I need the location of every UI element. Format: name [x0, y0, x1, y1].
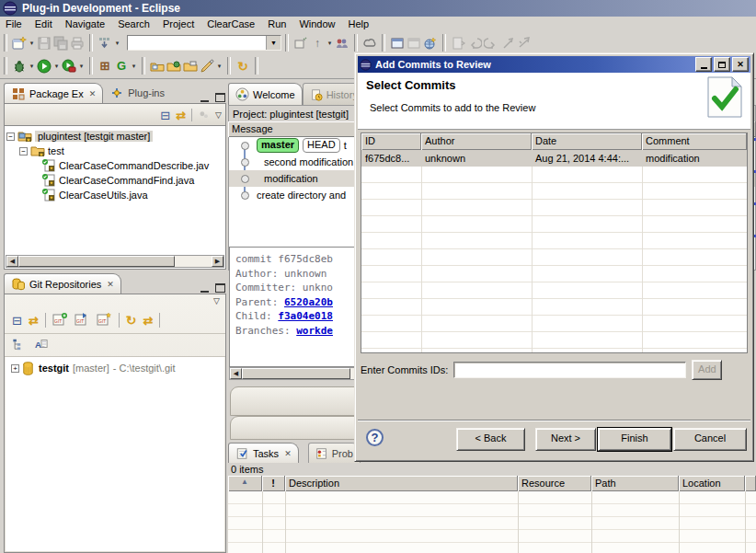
column-path[interactable]: Path	[591, 476, 679, 491]
external-tools-button[interactable]	[61, 58, 77, 75]
debug-button[interactable]	[11, 58, 28, 75]
nav-last-edit-icon[interactable]	[499, 35, 516, 52]
back-button[interactable]: < Back	[456, 428, 525, 451]
help-button[interactable]: ?	[366, 429, 384, 446]
close-tab-icon[interactable]: ✕	[107, 280, 114, 289]
column-message[interactable]: Message	[228, 121, 375, 137]
commit-table-row-selected[interactable]: f675dc8... unknown Aug 21, 2014 4:44:...…	[361, 150, 747, 167]
open-plugin-folder-icon[interactable]	[166, 58, 182, 75]
launch-combo[interactable]: ▼	[127, 35, 281, 51]
save-all-button[interactable]	[52, 35, 69, 52]
menu-navigate[interactable]: Navigate	[60, 17, 112, 30]
view-menu-button[interactable]: ▽	[215, 110, 222, 120]
tab-git-repositories[interactable]: Git Repositories ✕	[4, 273, 121, 294]
finish-button[interactable]: Finish	[598, 428, 671, 451]
commit-up-icon[interactable]: ↑	[309, 35, 326, 52]
console-window-icon[interactable]	[389, 35, 406, 52]
synchronize-icon[interactable]: ↻	[235, 58, 251, 75]
link-with-editor-button[interactable]: ⇄	[176, 109, 186, 122]
menu-clearcase[interactable]: ClearCase	[201, 17, 262, 30]
close-tab-icon[interactable]: ✕	[284, 449, 292, 458]
close-tab-icon[interactable]: ✕	[89, 89, 97, 98]
nav-annotation-icon[interactable]	[450, 35, 466, 52]
cloud-icon[interactable]	[361, 35, 378, 52]
menu-run[interactable]: Run	[262, 17, 293, 30]
scrollbar-thumb[interactable]	[18, 256, 175, 267]
expand-toggle[interactable]: +	[11, 364, 19, 373]
next-button[interactable]: Next >	[535, 428, 596, 451]
maximize-view-button[interactable]	[214, 283, 226, 294]
cancel-button[interactable]: Cancel	[673, 428, 747, 451]
dialog-titlebar[interactable]: Add Commits to Review ✕	[358, 56, 750, 73]
tab-plugins[interactable]: Plug-ins	[103, 83, 171, 103]
column-comment[interactable]: Comment	[642, 133, 747, 150]
column-id[interactable]: ID	[361, 133, 421, 150]
tab-tasks[interactable]: Tasks ✕	[228, 443, 299, 463]
column-date[interactable]: Date	[532, 133, 642, 150]
tree-item-file[interactable]: ClearCaseCommandFind.java	[5, 173, 225, 188]
tab-welcome[interactable]: Welcome	[228, 83, 303, 105]
dialog-maximize-button[interactable]	[714, 57, 730, 72]
plugin-button[interactable]: ⊞	[97, 58, 113, 75]
reload-button[interactable]: ⇄	[143, 314, 154, 328]
launch-combo-caret[interactable]: ▼	[266, 36, 281, 50]
tab-package-explorer[interactable]: Package Ex ✕	[4, 83, 103, 103]
column-description[interactable]: Description	[285, 476, 518, 491]
sort-button[interactable]: A	[34, 338, 49, 352]
collapse-all-button[interactable]: ⊟	[12, 314, 22, 328]
launch-config-icon[interactable]	[292, 35, 309, 52]
tree-item-project[interactable]: − plugintest [testgit master]	[5, 129, 225, 144]
window-faded-icon[interactable]	[406, 35, 422, 52]
horizontal-scrollbar[interactable]: ◀ ▶	[6, 255, 224, 268]
tree-item-file[interactable]: ClearCaseUtils.java	[5, 188, 225, 202]
filters-button[interactable]	[198, 109, 210, 122]
nav-forward-icon[interactable]	[483, 35, 499, 52]
save-button[interactable]	[36, 35, 52, 52]
scroll-left-button[interactable]: ◀	[6, 256, 18, 267]
column-location[interactable]: Location	[679, 476, 745, 491]
print-button[interactable]	[69, 35, 86, 52]
scrollbar-thumb[interactable]	[242, 368, 350, 379]
tree-item-repository[interactable]: + testgit [master] - C:\testgit\.git	[6, 361, 224, 375]
collapse-toggle[interactable]: −	[6, 132, 15, 141]
menu-file[interactable]: File	[0, 17, 29, 30]
new-wizard-button[interactable]	[11, 35, 28, 52]
commit-ids-input[interactable]	[453, 362, 686, 378]
debug-dropdown[interactable]: ▾	[28, 63, 36, 70]
scroll-right-button[interactable]: ▶	[212, 256, 223, 267]
clearcase-dropdown[interactable]: ▾	[130, 63, 138, 70]
external-tools-dropdown[interactable]: ▾	[77, 63, 86, 70]
team-icon[interactable]	[334, 35, 350, 52]
column-author[interactable]: Author	[421, 133, 532, 150]
add-commit-button[interactable]: Add	[692, 360, 722, 380]
column-sort[interactable]: ▲	[228, 476, 262, 491]
minimize-view-button[interactable]	[199, 93, 211, 103]
annotate-dropdown[interactable]: ▾	[215, 63, 223, 70]
minimize-view-button[interactable]	[199, 283, 211, 294]
tab-problems[interactable]: Prob	[308, 443, 361, 463]
create-repository-button[interactable]: GIT	[97, 312, 112, 328]
maximize-view-button[interactable]	[214, 93, 226, 103]
commit-up-dropdown[interactable]: ▾	[326, 40, 334, 47]
add-repository-button[interactable]: GIT	[52, 312, 68, 328]
link-with-selection-button[interactable]: ⇄	[29, 314, 39, 328]
run-dropdown[interactable]: ▾	[52, 63, 61, 70]
branch-link[interactable]: workde	[296, 325, 333, 337]
column-resource[interactable]: Resource	[518, 476, 591, 491]
nav-back-icon[interactable]	[466, 35, 483, 52]
nav-history-icon[interactable]	[516, 35, 533, 52]
dialog-close-button[interactable]: ✕	[732, 57, 749, 72]
collapse-all-button[interactable]: ⊟	[160, 109, 170, 122]
open-resource-folder-icon[interactable]	[149, 58, 166, 75]
clearcase-button[interactable]: G	[113, 58, 130, 75]
clone-repository-button[interactable]: GIT	[74, 312, 90, 328]
last-tool-button[interactable]	[97, 35, 113, 52]
menu-window[interactable]: Window	[293, 17, 342, 30]
child-commit-link[interactable]: f3a04e018	[278, 310, 333, 322]
hierarchy-layout-button[interactable]	[12, 338, 26, 352]
collapse-toggle[interactable]: −	[19, 147, 28, 156]
menu-search[interactable]: Search	[112, 17, 157, 30]
open-archive-folder-icon[interactable]	[182, 58, 199, 75]
last-tool-dropdown[interactable]: ▾	[113, 40, 121, 47]
run-button[interactable]	[36, 58, 52, 75]
